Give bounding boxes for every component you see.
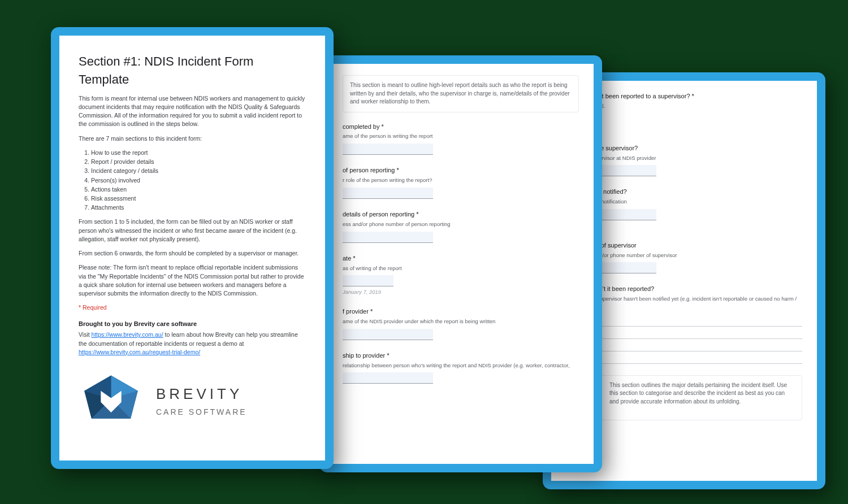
logo-line-1: BREVITY [156, 384, 247, 405]
brought-heading: Brought to you by Brevity care software [79, 320, 306, 329]
brevity-logo-icon [79, 372, 144, 429]
page-1: Section #1: NDIS Incident Form Template … [59, 36, 325, 460]
field-label: f provider * [343, 307, 579, 316]
date-input[interactable] [343, 275, 393, 286]
field-label: completed by * [343, 123, 579, 132]
list-item: How to use the report [91, 149, 306, 157]
brevity-link-2[interactable]: https://www.brevity.com.au/request-trial… [79, 349, 200, 355]
section-3-desc: This section outlines the major details … [609, 381, 795, 414]
field-label: ate * [343, 254, 579, 263]
from6-paragraph: From section 6 onwards, the form should … [79, 249, 306, 258]
fill-paragraph: From section 1 to 5 included, the form c… [79, 218, 306, 244]
field-label: of person reporting * [343, 166, 579, 175]
field-details-reporting: details of person reporting * ess and/or… [343, 210, 579, 243]
page-2: This section is meant to outline high-le… [328, 64, 594, 464]
list-item: Incident category / details [91, 167, 306, 175]
field-example: January 7, 2019 [343, 288, 579, 296]
sections-lead: There are 7 main sections to this incide… [79, 134, 306, 143]
text-input[interactable] [343, 144, 433, 155]
list-item: Risk assessment [91, 194, 306, 203]
field-desc: ame of the NDIS provider under which the… [343, 318, 579, 325]
list-item: Person(s) involved [91, 176, 306, 185]
field-provider: f provider * ame of the NDIS provider un… [343, 307, 579, 340]
logo-line-2: CARE SOFTWARE [156, 406, 247, 418]
text-input[interactable] [343, 329, 433, 340]
section-2-intro-box: This section is meant to outline high-le… [343, 75, 579, 112]
list-item: Report / provider details [91, 158, 306, 166]
field-desc: r role of the person writing the report? [343, 176, 579, 184]
brought-text: Visit [79, 331, 92, 338]
note-paragraph: Please note: The form isn't meant to rep… [79, 263, 306, 298]
text-input[interactable] [343, 232, 433, 243]
required-note: * Required [79, 303, 306, 312]
field-relationship: ship to provider * relationship between … [343, 351, 579, 384]
sections-list: How to use the report Report / provider … [91, 149, 306, 212]
brought-paragraph: Visit https://www.brevity.com.au/ to lea… [79, 331, 306, 357]
field-desc: as of writing of the report [343, 264, 579, 272]
field-label: details of person reporting * [343, 210, 579, 219]
field-desc: ame of the person is writing the report [343, 132, 579, 140]
brevity-link-1[interactable]: https://www.brevity.com.au/ [92, 331, 163, 338]
text-input[interactable] [343, 188, 433, 199]
field-date: ate * as of writing of the report Januar… [343, 254, 579, 296]
field-desc: relationship between person who's writin… [343, 362, 579, 370]
field-desc: ess and/or phone number of person report… [343, 220, 579, 228]
brevity-logo: BREVITY CARE SOFTWARE [79, 372, 306, 429]
list-item: Actions taken [91, 185, 306, 194]
field-completed-by: completed by * ame of the person is writ… [343, 123, 579, 155]
field-label: ship to provider * [343, 351, 579, 360]
brevity-logo-text: BREVITY CARE SOFTWARE [156, 384, 247, 418]
text-input[interactable] [343, 372, 433, 384]
document-stack: s this incident been reported to a super… [0, 0, 848, 504]
intro-paragraph: This form is meant for internal use betw… [79, 94, 306, 129]
field-role-reporting: of person reporting * r role of the pers… [343, 166, 579, 199]
list-item: Attachments [91, 203, 306, 212]
page-title: Section #1: NDIS Incident Form Template [79, 53, 306, 89]
